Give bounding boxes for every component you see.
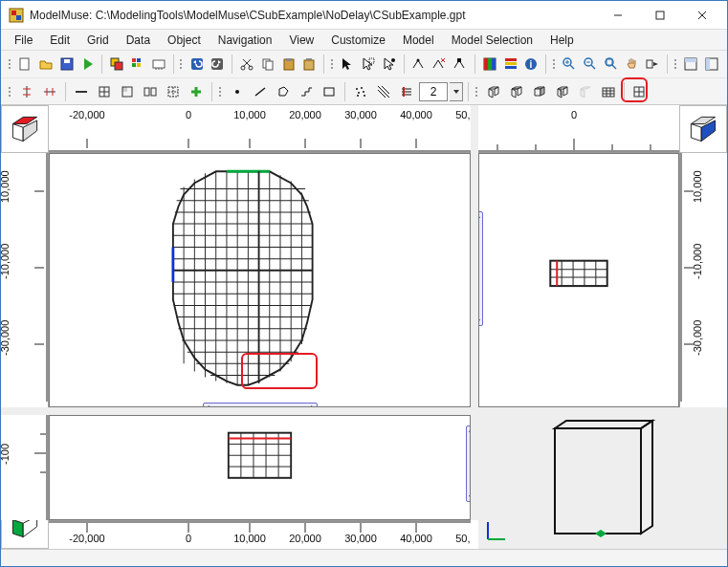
- save-icon[interactable]: [57, 54, 77, 75]
- arrow-icon[interactable]: [339, 54, 358, 75]
- new-file-icon[interactable]: [15, 54, 34, 75]
- toolbar-grip[interactable]: [7, 55, 11, 74]
- lasso-icon[interactable]: [359, 54, 378, 75]
- side-view-v-slider[interactable]: [478, 211, 483, 326]
- menu-model-selection[interactable]: Model Selection: [444, 32, 540, 49]
- hatch-icon[interactable]: [373, 81, 394, 102]
- ruler-tick-label: -20,000: [69, 109, 104, 120]
- rect-icon[interactable]: [94, 81, 115, 102]
- color-by-icon[interactable]: [480, 54, 499, 75]
- point-icon[interactable]: [380, 54, 399, 75]
- splitter[interactable]: [1, 407, 727, 415]
- perspective-view[interactable]: [478, 415, 727, 549]
- svg-rect-45: [505, 66, 517, 69]
- menu-help[interactable]: Help: [542, 32, 582, 49]
- toolbar-grip[interactable]: [217, 82, 223, 101]
- add-icon[interactable]: [186, 81, 207, 102]
- run-icon[interactable]: [78, 54, 98, 75]
- front-view-v-slider[interactable]: [466, 425, 471, 502]
- palette-icon[interactable]: [128, 54, 147, 75]
- quad-icon[interactable]: [163, 81, 184, 102]
- zoom-out-icon[interactable]: [581, 54, 600, 75]
- ruler-tick-label: 10,000: [1, 170, 11, 203]
- copy-icon[interactable]: [258, 54, 277, 75]
- svg-marker-96: [453, 90, 459, 94]
- toolbar-grip[interactable]: [551, 55, 556, 74]
- vertex-move-icon[interactable]: [451, 54, 470, 75]
- multi-rect-icon[interactable]: [140, 81, 161, 102]
- menu-model[interactable]: Model: [395, 32, 442, 49]
- svg-rect-25: [266, 61, 273, 70]
- paste-icon[interactable]: [279, 54, 298, 75]
- menu-navigation[interactable]: Navigation: [210, 32, 280, 49]
- undo-icon[interactable]: [188, 54, 207, 75]
- point-tool-icon[interactable]: [227, 81, 248, 102]
- side-view[interactable]: [478, 153, 679, 407]
- section-icon[interactable]: [396, 81, 417, 102]
- toolbar-grip[interactable]: [329, 55, 334, 74]
- polygon-icon[interactable]: [273, 81, 294, 102]
- splitter[interactable]: [471, 415, 478, 520]
- toolbar-grip[interactable]: [474, 82, 479, 101]
- toolbar-grip[interactable]: [673, 55, 677, 74]
- menu-view[interactable]: View: [281, 32, 321, 49]
- show-top-icon[interactable]: [681, 54, 700, 75]
- rect-fill-icon[interactable]: [117, 81, 138, 102]
- svg-marker-85: [279, 87, 288, 96]
- open-icon[interactable]: [36, 54, 55, 75]
- toolbar-grip[interactable]: [7, 82, 12, 101]
- width-input[interactable]: 2: [419, 82, 448, 101]
- line-tool-icon[interactable]: [250, 81, 271, 102]
- front-view[interactable]: [49, 415, 471, 520]
- cube-top-button[interactable]: [1, 105, 49, 153]
- menu-edit[interactable]: Edit: [42, 32, 77, 49]
- layers-icon[interactable]: [107, 54, 126, 75]
- menu-file[interactable]: File: [7, 32, 40, 49]
- snap-grid-icon[interactable]: [39, 81, 60, 102]
- legend-icon[interactable]: [501, 54, 520, 75]
- box-icon[interactable]: [319, 81, 340, 102]
- cube-front-icon[interactable]: [483, 81, 504, 102]
- cut-icon[interactable]: [237, 54, 256, 75]
- go-to-icon[interactable]: [643, 54, 662, 75]
- spray-icon[interactable]: [350, 81, 371, 102]
- splitter[interactable]: [471, 105, 478, 153]
- cube-side-button[interactable]: [679, 105, 727, 153]
- toolbar-grip[interactable]: [178, 55, 183, 74]
- menu-customize[interactable]: Customize: [323, 32, 393, 49]
- splitter[interactable]: [471, 153, 478, 407]
- redo-icon[interactable]: [209, 54, 228, 75]
- delete-icon[interactable]: [300, 54, 320, 75]
- ruler-tick-label: 30,000: [344, 109, 377, 120]
- menu-data[interactable]: Data: [119, 32, 158, 49]
- zoom-in-icon[interactable]: [560, 54, 579, 75]
- step-icon[interactable]: [296, 81, 317, 102]
- ruler-top-main: -20,000 0 10,000 20,000 30,000 40,000 50…: [49, 105, 471, 153]
- menu-grid[interactable]: Grid: [79, 32, 117, 49]
- info-icon[interactable]: i: [521, 54, 540, 75]
- vertex-insert-icon[interactable]: [409, 54, 429, 75]
- snap-icon[interactable]: [16, 81, 37, 102]
- top-view-h-slider[interactable]: [203, 403, 318, 407]
- svg-marker-187: [469, 495, 471, 500]
- grid-3d-icon[interactable]: [598, 81, 619, 102]
- width-dropdown[interactable]: [450, 82, 463, 101]
- maximize-button[interactable]: [639, 2, 681, 29]
- ruler-tick-label: -30,000: [1, 320, 11, 356]
- minimize-button[interactable]: [597, 2, 639, 29]
- cube-back-icon[interactable]: [506, 81, 527, 102]
- zoom-extents-icon[interactable]: [602, 54, 621, 75]
- grid-shell-icon[interactable]: [629, 81, 651, 102]
- line-icon[interactable]: [71, 81, 92, 102]
- cube-wire-icon[interactable]: [552, 81, 573, 102]
- export-icon[interactable]: [149, 54, 168, 75]
- pan-icon[interactable]: [623, 54, 642, 75]
- svg-point-88: [361, 87, 363, 89]
- top-view[interactable]: [49, 153, 471, 407]
- show-front-icon[interactable]: [702, 54, 721, 75]
- menu-object[interactable]: Object: [160, 32, 209, 49]
- cube-shaded-icon[interactable]: [529, 81, 550, 102]
- vertex-delete-icon[interactable]: [430, 54, 449, 75]
- svg-text:i: i: [530, 59, 533, 70]
- close-button[interactable]: [681, 2, 723, 29]
